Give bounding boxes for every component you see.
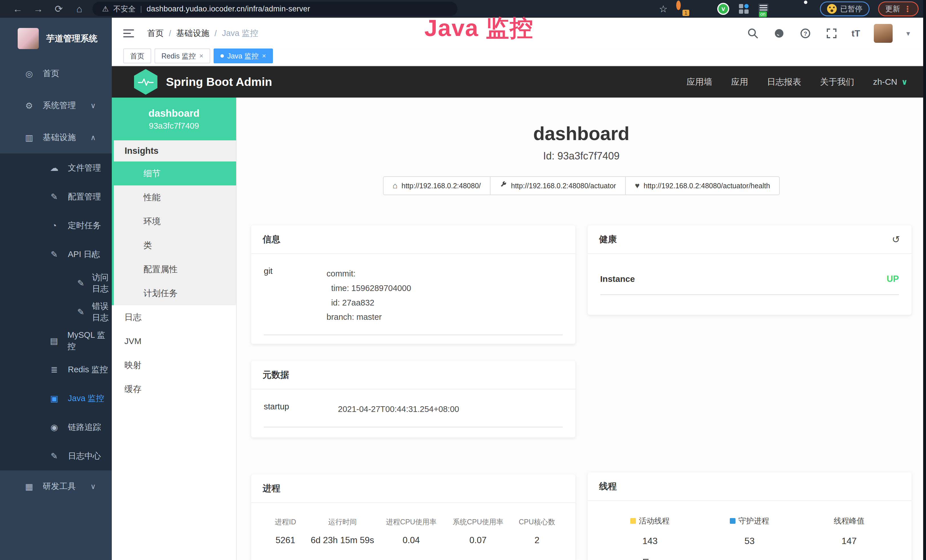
service-url-button[interactable]: ⌂ http://192.168.0.2:48080/: [383, 176, 490, 195]
process-table: 进程ID 运行时间 进程CPU使用率 系统CPU使用率 CPU核心数 5261 …: [264, 516, 563, 553]
active-dot: [221, 54, 224, 58]
hamburger-icon[interactable]: [123, 29, 134, 37]
brand-logo: [18, 28, 39, 49]
sba-menu-scheduled-tasks[interactable]: 计划任务: [114, 281, 236, 305]
breadcrumb: 首页 / 基础设施 / Java 监控: [147, 28, 258, 39]
col-header-process-cpu: 进程CPU使用率: [378, 517, 445, 527]
sba-menu-details[interactable]: 细节: [114, 162, 236, 185]
sidebar-item-config-management[interactable]: ✎ 配置管理: [0, 182, 112, 211]
eye-icon: ◉: [48, 422, 61, 432]
browser-home-icon[interactable]: ⌂: [69, 3, 89, 15]
tag-tabs-bar: 首页 Redis 监控 × Java 监控 ×: [112, 49, 926, 66]
sidebar-item-redis-monitor[interactable]: ≣ Redis 监控: [0, 355, 112, 384]
sba-menu-caches[interactable]: 缓存: [112, 377, 236, 401]
help-icon[interactable]: ?: [799, 27, 812, 40]
kebab-menu-icon[interactable]: ⋮: [903, 4, 911, 14]
extension-badge: 1: [682, 10, 689, 16]
sba-nav-about[interactable]: 关于我们: [820, 76, 854, 88]
sidebar-item-dev-tools[interactable]: ▦ 研发工具 ∨: [0, 471, 112, 502]
extension-icon-orange[interactable]: 1: [676, 3, 688, 15]
extension-icon-green-circle[interactable]: v: [717, 3, 729, 15]
annotation-java-monitor: Java 监控: [424, 12, 534, 44]
sidebar-item-home[interactable]: ◎ 首页: [0, 58, 112, 89]
log-icon: ✎: [77, 278, 85, 288]
chevron-down-icon: ∨: [91, 482, 96, 491]
address-bar[interactable]: ⚠ 不安全 | dashboard.yudao.iocoder.cn/infra…: [92, 2, 457, 16]
extension-icon-grid[interactable]: [738, 3, 750, 15]
blue-swatch-icon: [730, 518, 735, 524]
tab-java-monitor[interactable]: Java 监控 ×: [213, 48, 273, 64]
sba-menu-config-props[interactable]: 配置属性: [114, 257, 236, 281]
sidebar-item-java-monitor[interactable]: ▣ Java 监控: [0, 384, 112, 413]
breadcrumb-infrastructure[interactable]: 基础设施: [176, 28, 209, 39]
window-edge: [923, 0, 926, 560]
col-header-cpu-cores: CPU核心数: [511, 517, 562, 527]
browser-back-icon[interactable]: ←: [8, 3, 28, 15]
sba-menu-jvm[interactable]: JVM: [112, 329, 236, 353]
sidebar-item-label: 定时任务: [68, 220, 101, 232]
sidebar-submenu-infrastructure: ☁ 文件管理 ✎ 配置管理 ◔ 定时任务 ✎ API 日志 ∧ ✎: [0, 153, 112, 471]
sidebar-item-file-management[interactable]: ☁ 文件管理: [0, 153, 112, 182]
history-icon[interactable]: ↺: [892, 234, 900, 245]
url-text[interactable]: dashboard.yudao.iocoder.cn/infra/admin-s…: [147, 5, 310, 14]
instance-label: Instance: [600, 274, 635, 284]
tab-redis-monitor[interactable]: Redis 监控 ×: [154, 48, 210, 64]
sba-logo-icon[interactable]: [134, 69, 157, 95]
bookmark-star-icon[interactable]: ☆: [659, 3, 667, 15]
actuator-url-button[interactable]: http://192.168.0.2:48080/actuator: [490, 176, 626, 195]
actuator-url: http://192.168.0.2:48080/actuator: [511, 182, 616, 190]
browser-reload-icon[interactable]: ⟳: [48, 3, 69, 15]
sidebar-item-api-logs[interactable]: ✎ API 日志 ∧: [0, 240, 112, 269]
sidebar-item-log-center[interactable]: ✎ 日志中心: [0, 442, 112, 471]
fullscreen-icon[interactable]: [825, 27, 838, 40]
sba-app-header[interactable]: dashboard 93a3fc7f7409: [112, 98, 236, 140]
system-cpu-value: 0.07: [445, 535, 511, 545]
user-menu-caret-icon[interactable]: ▾: [906, 29, 910, 38]
sidebar-item-label: 日志中心: [68, 451, 101, 462]
sba-menu-logs[interactable]: 日志: [112, 305, 236, 329]
avatar[interactable]: [874, 24, 893, 43]
sidebar-item-access-logs[interactable]: ✎ 访问日志: [0, 269, 112, 298]
extension-icon-leaf[interactable]: [779, 3, 791, 15]
health-url-button[interactable]: ♥ http://192.168.0.2:48080/actuator/heal…: [625, 176, 780, 195]
sba-nav-applications[interactable]: 应用: [731, 76, 748, 88]
layers-icon: ≣: [48, 365, 61, 375]
security-label[interactable]: 不安全: [113, 4, 135, 14]
sba-brand[interactable]: Spring Boot Admin: [166, 75, 272, 89]
breadcrumb-home[interactable]: 首页: [147, 28, 164, 39]
github-icon[interactable]: [773, 27, 785, 40]
sidebar-item-label: 首页: [43, 68, 59, 79]
chevron-up-icon: ∧: [91, 133, 96, 142]
sba-menu-environment[interactable]: 环境: [114, 209, 236, 233]
sidebar-brand[interactable]: 芋道管理系统: [0, 18, 112, 58]
close-icon[interactable]: ×: [262, 52, 266, 60]
update-button[interactable]: 更新 ⋮: [878, 2, 918, 16]
sba-nav-journal[interactable]: 日志报表: [767, 76, 801, 88]
sidebar-item-scheduled-jobs[interactable]: ◔ 定时任务: [0, 211, 112, 240]
paused-pill[interactable]: 已暂停: [820, 2, 870, 16]
close-icon[interactable]: ×: [199, 52, 203, 60]
locale-label: zh-CN: [873, 77, 897, 87]
sba-menu-classes[interactable]: 类: [114, 233, 236, 257]
info-card: 信息 git commit: time: 1596289704000 id: 2…: [251, 225, 575, 344]
tab-home[interactable]: 首页: [123, 48, 151, 64]
sidebar-item-tracing[interactable]: ◉ 链路追踪: [0, 413, 112, 442]
font-size-icon[interactable]: tT: [852, 28, 860, 39]
sba-menu-metrics[interactable]: 性能: [114, 185, 236, 209]
sidebar-item-error-logs[interactable]: ✎ 错误日志: [0, 298, 112, 326]
extension-icon-list-on[interactable]: on: [758, 3, 770, 15]
insights-group: Insights 细节 性能 环境 类 配置属性 计划任务: [112, 140, 236, 305]
sidebar-item-label: 访问日志: [92, 272, 112, 295]
sidebar-item-system-management[interactable]: ⚙ 系统管理 ∨: [0, 89, 112, 121]
extension-icon-pin[interactable]: [697, 3, 709, 15]
metadata-card: 元数据 startup 2021-04-27T00:44:31.254+08:0…: [251, 360, 575, 437]
browser-forward-icon[interactable]: →: [28, 3, 48, 15]
search-icon[interactable]: [747, 27, 759, 40]
sidebar-item-mysql-monitor[interactable]: ▤ MySQL 监控: [0, 326, 112, 355]
locale-selector[interactable]: zh-CN ∨: [873, 77, 908, 87]
sba-nav-wallboard[interactable]: 应用墙: [687, 76, 712, 88]
git-value: commit: time: 1596289704000 id: 27aa832 …: [327, 266, 411, 324]
extension-icon-puzzle[interactable]: [799, 3, 811, 15]
sidebar-item-infrastructure[interactable]: ▥ 基础设施 ∧: [0, 121, 112, 153]
sba-menu-mappings[interactable]: 映射: [112, 353, 236, 377]
